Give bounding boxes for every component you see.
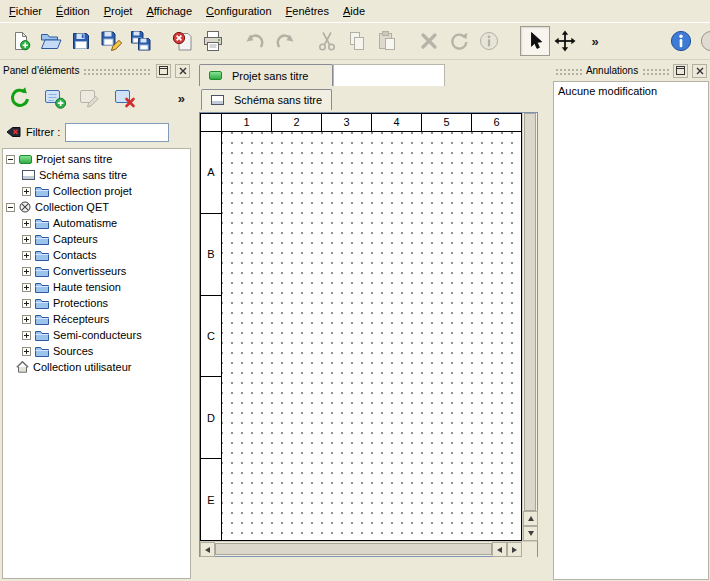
schema-canvas[interactable]: 1 2 3 4 5 6 A B C D — [200, 113, 522, 541]
info-icon — [479, 31, 499, 51]
expander-icon[interactable] — [22, 347, 31, 356]
undo-list[interactable]: Aucune modification — [553, 81, 709, 580]
float-panel-button[interactable] — [156, 64, 171, 78]
reload-collections-button[interactable] — [6, 84, 34, 112]
project-tab-bar: Projet sans titre — [197, 62, 548, 86]
tree-item-collection-qet[interactable]: Collection QET — [3, 199, 190, 215]
folder-icon — [35, 314, 49, 325]
filter-label: Filtrer : — [26, 126, 60, 138]
tree-item-convertisseurs[interactable]: Convertisseurs — [3, 263, 190, 279]
dock-grip[interactable] — [555, 67, 582, 75]
undo-panel: Annulations Aucune modification — [552, 62, 710, 581]
tree-item-collection-projet[interactable]: Collection projet — [3, 183, 190, 199]
schema-tab-bar: Schéma sans titre — [197, 86, 548, 110]
tree-item-collection-utilisateur[interactable]: Collection utilisateur — [3, 359, 190, 375]
save-button[interactable] — [66, 26, 96, 56]
expander-icon[interactable] — [22, 219, 31, 228]
scroll-right-button[interactable] — [507, 542, 522, 557]
dock-grip[interactable] — [83, 67, 152, 75]
expander-icon[interactable] — [22, 283, 31, 292]
undo-panel-title: Annulations — [586, 65, 638, 76]
tree-item-label: Collection utilisateur — [33, 361, 131, 373]
new-file-button[interactable] — [6, 26, 36, 56]
tab-schema-sans-titre[interactable]: Schéma sans titre — [201, 89, 332, 110]
tree-item-label: Sources — [53, 345, 93, 357]
tree-item-projet-sans-titre[interactable]: Projet sans titre — [3, 151, 190, 167]
tab-projet-sans-titre[interactable]: Projet sans titre — [199, 64, 333, 86]
print-button[interactable] — [198, 26, 228, 56]
float-panel-button[interactable] — [673, 64, 688, 78]
expander-icon[interactable] — [22, 187, 31, 196]
tree-item-label: Projet sans titre — [36, 153, 112, 165]
menu-aide[interactable]: Aide — [336, 2, 372, 20]
reload-icon — [8, 86, 32, 110]
tree-item-recepteurs[interactable]: Récepteurs — [3, 311, 190, 327]
close-panel-button[interactable] — [175, 64, 190, 78]
expander-icon[interactable] — [22, 299, 31, 308]
clear-filter-icon[interactable] — [5, 125, 21, 139]
tree-item-semi-conducteurs[interactable]: Semi-conducteurs — [3, 327, 190, 343]
menu-fichier[interactable]: Fichier — [2, 2, 49, 20]
tree-item-sources[interactable]: Sources — [3, 343, 190, 359]
panel-overflow-button[interactable]: » — [178, 91, 185, 106]
menu-projet[interactable]: Projet — [97, 2, 140, 20]
v-scrollbar[interactable] — [522, 113, 537, 541]
filter-input[interactable] — [65, 123, 169, 142]
expander-icon[interactable] — [6, 203, 15, 212]
tree-item-contacts[interactable]: Contacts — [3, 247, 190, 263]
h-scroll-thumb[interactable] — [215, 543, 492, 555]
about-button[interactable] — [666, 26, 696, 56]
main-area: Panel d'éléments » — [0, 60, 710, 581]
tree-item-label: Collection projet — [53, 185, 132, 197]
close-panel-button[interactable] — [692, 64, 707, 78]
undo-panel-titlebar[interactable]: Annulations — [552, 62, 710, 79]
new-element-button[interactable] — [41, 84, 69, 112]
expander-icon[interactable] — [22, 251, 31, 260]
tree-item-automatisme[interactable]: Automatisme — [3, 215, 190, 231]
menu-fenetres[interactable]: Fenêtres — [279, 2, 336, 20]
scroll-up-button[interactable] — [523, 511, 538, 526]
select-tool-button[interactable] — [520, 26, 550, 56]
expander-icon[interactable] — [22, 235, 31, 244]
column-header-2: 2 — [272, 114, 322, 132]
about-icon — [670, 30, 692, 52]
tree-item-capteurs[interactable]: Capteurs — [3, 231, 190, 247]
save-as-button[interactable] — [96, 26, 126, 56]
select-tool-icon — [525, 31, 545, 51]
scroll-left-button[interactable] — [200, 542, 215, 557]
folder-icon — [35, 298, 49, 309]
menu-edition[interactable]: Édition — [49, 2, 97, 20]
close-file-button[interactable] — [168, 26, 198, 56]
h-scrollbar[interactable] — [200, 541, 537, 556]
dock-grip[interactable] — [642, 67, 669, 75]
elements-panel-titlebar[interactable]: Panel d'éléments — [0, 62, 193, 79]
h-scroll-track[interactable] — [215, 542, 492, 556]
scroll-down-button[interactable] — [523, 526, 538, 541]
tree-item-label: Contacts — [53, 249, 96, 261]
expander-icon[interactable] — [22, 267, 31, 276]
paste-button — [372, 26, 402, 56]
save-all-button[interactable] — [126, 26, 156, 56]
float-icon — [676, 66, 685, 75]
grid-dots[interactable] — [222, 132, 521, 540]
menu-configuration[interactable]: Configuration — [199, 2, 278, 20]
expander-icon[interactable] — [22, 315, 31, 324]
v-scroll-thumb[interactable] — [524, 113, 536, 511]
expander-icon[interactable] — [22, 331, 31, 340]
tree-item-schema-sans-titre[interactable]: Schéma sans titre — [3, 167, 190, 183]
folder-icon — [35, 330, 49, 341]
toolbar-overflow-button[interactable]: » — [580, 26, 610, 56]
chevron-right-icon: » — [591, 34, 598, 49]
tree-item-label: Collection QET — [35, 201, 109, 213]
diagram-area: 1 2 3 4 5 6 A B C D — [197, 110, 548, 581]
expander-icon[interactable] — [6, 155, 15, 164]
move-tool-button[interactable] — [550, 26, 580, 56]
menu-affichage[interactable]: Affichage — [139, 2, 199, 20]
scroll-left-button-2[interactable] — [492, 542, 507, 557]
tree-item-protections[interactable]: Protections — [3, 295, 190, 311]
tree-item-haute-tension[interactable]: Haute tension — [3, 279, 190, 295]
float-icon — [159, 66, 168, 75]
open-file-button[interactable] — [36, 26, 66, 56]
delete-element-button[interactable] — [111, 84, 139, 112]
help-button[interactable] — [696, 26, 710, 56]
